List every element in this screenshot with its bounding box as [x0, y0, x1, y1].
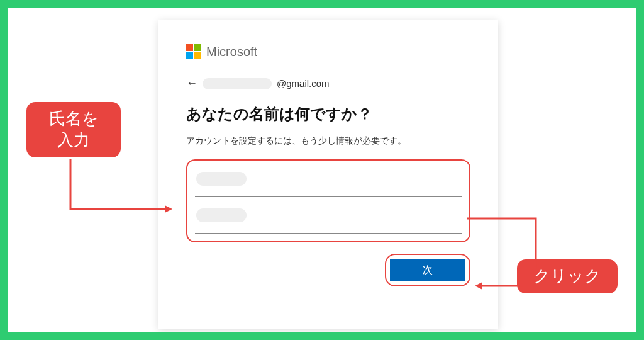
- microsoft-signup-dialog: Microsoft ← @gmail.com あなたの名前は何ですか？ アカウン…: [158, 20, 498, 329]
- callout-click: クリック: [517, 259, 618, 293]
- callout-enter-name: 氏名を 入力: [26, 102, 121, 157]
- input-redacted: [196, 208, 247, 222]
- microsoft-logo-icon: [186, 44, 201, 59]
- input-redacted: [196, 172, 247, 186]
- page-heading: あなたの名前は何ですか？: [186, 104, 470, 124]
- back-arrow-icon[interactable]: ←: [186, 77, 197, 90]
- page-subtext: アカウントを設定するには、もう少し情報が必要です。: [186, 135, 470, 147]
- email-local-redacted: [203, 78, 272, 89]
- callout-click-text: クリック: [533, 266, 601, 285]
- first-name-input[interactable]: [195, 206, 462, 234]
- email-row: ← @gmail.com: [186, 77, 470, 90]
- next-button-highlight: 次: [385, 254, 470, 286]
- logo-row: Microsoft: [186, 44, 470, 59]
- callout-enter-name-text: 氏名を 入力: [49, 109, 99, 149]
- button-row: 次: [186, 254, 470, 286]
- name-inputs-highlight: [186, 159, 470, 242]
- email-suffix: @gmail.com: [277, 78, 330, 89]
- brand-text: Microsoft: [206, 45, 257, 59]
- next-button[interactable]: 次: [390, 259, 465, 281]
- last-name-input[interactable]: [195, 169, 462, 197]
